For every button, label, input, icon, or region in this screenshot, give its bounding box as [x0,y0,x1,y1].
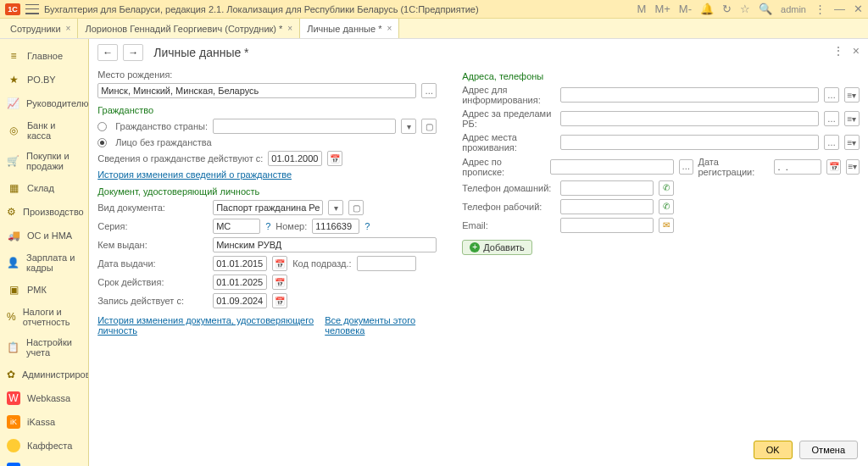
radio-citizenship-country[interactable] [97,122,107,131]
close-window-icon[interactable]: ✕ [854,3,863,15]
phone-work-input[interactable] [560,199,654,214]
dropdown-icon[interactable]: ▾ [328,200,343,215]
close-icon[interactable]: × [66,24,71,33]
help-icon[interactable]: ? [265,221,270,231]
sidebar-item-label: Банк и касса [27,120,81,141]
more-icon[interactable]: ⋮ [832,44,844,58]
sidebar-item-label: Администрирование [22,369,89,380]
sidebar-item-rmk[interactable]: ▣РМК [0,278,88,302]
sidebar-item-label: Производство [23,207,84,217]
cart-icon: 🛒 [7,154,19,168]
close-form-icon[interactable]: × [853,44,860,58]
tab-employee-card[interactable]: Лорионов Геннадий Георгиевич (Сотрудник)… [78,19,300,38]
sidebar-item-webkassa[interactable]: WWebkassa [0,386,88,410]
chart-icon: 📈 [7,97,19,110]
sidebar-item-manager[interactable]: 📈Руководителю [0,92,88,115]
series-input[interactable] [213,219,260,234]
sidebar-item-hr[interactable]: 👤Зарплата и кадры [0,247,88,278]
close-icon[interactable]: × [387,24,392,33]
sidebar-item-stock[interactable]: ▦Склад [0,176,88,200]
list-icon[interactable]: ≡▾ [844,87,860,103]
sidebar-item-coffee[interactable]: Каффеста [0,434,88,458]
sidebar-item-sales[interactable]: 🛒Покупки и продажи [0,146,88,176]
list-icon[interactable]: ≡▾ [846,159,860,175]
search-icon[interactable]: 🔍 [759,3,772,15]
sidebar-item-label: РМК [27,285,47,295]
star-icon[interactable]: ☆ [740,3,750,15]
birthplace-input[interactable] [97,83,416,98]
help-icon[interactable]: ? [364,221,370,231]
logo-1c: 1C [5,3,20,15]
mail-icon[interactable]: ✉ [659,218,674,233]
sidebar-item-admin[interactable]: ✿Администрирование [0,363,88,386]
tab-label: Сотрудники [10,24,61,34]
citizenship-country-input[interactable] [213,119,396,134]
sidebar-item-prod[interactable]: ⚙Производство [0,200,88,224]
number-input[interactable] [312,219,359,234]
calendar-icon[interactable]: 📅 [272,275,287,290]
lookup-button[interactable]: … [421,83,437,98]
phone-icon[interactable]: ✆ [659,199,674,214]
sidebar-item-os[interactable]: 🚚ОС и НМА [0,224,88,247]
lookup-button[interactable]: … [679,159,693,175]
sidebar-item-tax[interactable]: %Налоги и отчетность [0,302,88,332]
list-icon[interactable]: ≡▾ [844,111,860,126]
tab-personal-data[interactable]: Личные данные * × [300,19,399,38]
sidebar-item-settings[interactable]: 📋Настройки учета [0,332,88,363]
email-input[interactable] [560,218,654,233]
citizenship-date-input[interactable] [268,151,322,166]
dropdown-icon[interactable]: ▾ [401,119,416,134]
identity-history-link[interactable]: История изменения документа, удостоверяю… [97,315,314,336]
form-toolbar: ⋮ × [832,44,860,58]
tab-employees[interactable]: Сотрудники × [3,19,78,38]
titlebar: 1C Бухгалтерия для Беларуси, редакция 2.… [0,0,868,19]
calendar-icon[interactable]: 📅 [272,256,287,271]
calendar-icon[interactable]: 📅 [826,159,840,175]
cancel-button[interactable]: Отмена [799,441,858,459]
calendar-icon[interactable]: 📅 [272,293,287,308]
record-from-input[interactable] [213,293,267,308]
sidebar-item-label: Покупки и продажи [26,151,81,171]
menu-icon[interactable] [25,4,39,14]
phone-home-input[interactable] [560,180,654,196]
m-plus-icon[interactable]: M+ [654,3,670,15]
minimize-icon[interactable]: — [834,3,845,15]
bell-icon[interactable]: 🔔 [700,3,714,15]
reg-date-input[interactable] [774,159,821,175]
addr-abroad-input[interactable] [560,111,819,126]
calendar-icon[interactable]: 📅 [327,151,342,166]
sidebar-item-bank[interactable]: ◎Банк и касса [0,115,88,146]
doc-type-input[interactable] [213,200,323,215]
m-minus-icon[interactable]: M- [679,3,692,15]
open-button[interactable]: ▢ [348,200,364,215]
sidebar-item-main[interactable]: ≡Главное [0,44,88,68]
close-icon[interactable]: × [287,24,292,33]
add-button[interactable]: + Добавить [462,240,532,255]
history-icon[interactable]: ↻ [722,3,732,15]
list-icon[interactable]: ≡▾ [844,135,860,150]
back-button[interactable]: ← [97,44,118,61]
m-icon[interactable]: M [637,3,647,15]
settings-icon[interactable]: ⋮ [815,3,826,15]
ok-button[interactable]: OK [754,441,793,459]
forward-button[interactable]: → [123,44,143,61]
sidebar-item-ozon[interactable]: OOZON [0,458,88,466]
lookup-button[interactable]: … [824,111,839,126]
addr-reg-input[interactable] [550,159,674,175]
addr-inform-input[interactable] [560,87,819,103]
issued-by-input[interactable] [213,237,437,252]
lookup-button[interactable]: … [824,135,839,150]
expiry-input[interactable] [213,275,267,290]
open-button[interactable]: ▢ [421,119,437,134]
dept-code-input[interactable] [357,256,416,271]
citizenship-history-link[interactable]: История изменения сведений о гражданстве [97,169,292,180]
lookup-button[interactable]: … [824,87,839,103]
sidebar-item-ikassa[interactable]: iKiKassa [0,410,88,434]
addr-abroad-label: Адрес за пределами РБ: [462,108,555,129]
sidebar-item-poby[interactable]: ★PO.BY [0,68,88,92]
radio-stateless[interactable] [97,138,107,147]
all-docs-link[interactable]: Все документы этого человека [325,315,437,336]
issue-date-input[interactable] [213,256,267,271]
phone-icon[interactable]: ✆ [659,180,674,196]
addr-living-input[interactable] [560,135,819,150]
